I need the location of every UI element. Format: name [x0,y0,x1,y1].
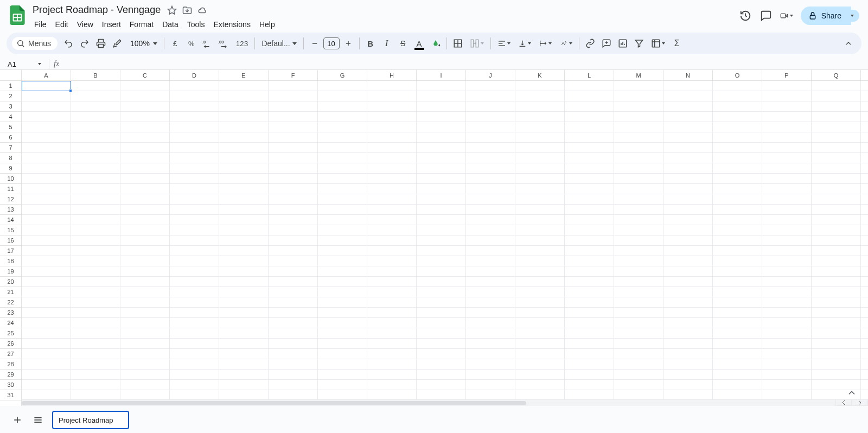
document-title[interactable]: Project Roadmap - Venngage [30,3,163,17]
row-header-26[interactable]: 26 [0,339,21,349]
menu-tools[interactable]: Tools [183,18,209,31]
col-header-B[interactable]: B [71,70,120,80]
col-header-E[interactable]: E [219,70,269,80]
row-header-1[interactable]: 1 [0,81,21,91]
col-header-N[interactable]: N [663,70,713,80]
row-header-31[interactable]: 31 [0,390,21,400]
collapse-toolbar-button[interactable] [841,36,856,51]
move-icon[interactable] [182,5,192,15]
fill-color-button[interactable] [428,36,443,51]
row-header-25[interactable]: 25 [0,328,21,339]
menu-help[interactable]: Help [256,18,279,31]
row-header-23[interactable]: 23 [0,308,21,318]
star-icon[interactable] [167,5,177,15]
row-header-19[interactable]: 19 [0,266,21,277]
col-header-I[interactable]: I [417,70,466,80]
cells-area[interactable] [22,81,868,406]
row-header-10[interactable]: 10 [0,174,21,184]
row-header-11[interactable]: 11 [0,184,21,194]
font-size-input[interactable]: 10 [323,37,340,49]
italic-button[interactable]: I [379,36,394,51]
menu-view[interactable]: View [73,18,97,31]
col-header-P[interactable]: P [762,70,812,80]
app-logo-sheets[interactable] [7,4,28,26]
select-all-corner[interactable] [0,70,22,81]
borders-button[interactable] [450,36,465,51]
spreadsheet-grid[interactable]: ABCDEFGHIJKLMNOPQ 1234567891011121314151… [0,69,868,406]
row-header-6[interactable]: 6 [0,132,21,143]
history-icon[interactable] [739,9,752,22]
row-header-9[interactable]: 9 [0,163,21,174]
col-header-K[interactable]: K [515,70,565,80]
link-button[interactable] [583,36,598,51]
meet-icon[interactable] [780,9,793,22]
text-color-button[interactable]: A [412,36,427,51]
row-header-24[interactable]: 24 [0,318,21,328]
filter-views-button[interactable] [648,36,668,51]
undo-button[interactable] [61,36,76,51]
menu-file[interactable]: File [30,18,50,31]
scrollbar-thumb[interactable] [22,401,526,405]
increase-decimal-button[interactable]: .00 [216,36,232,51]
col-header-O[interactable]: O [713,70,762,80]
row-header-29[interactable]: 29 [0,370,21,380]
valign-button[interactable] [515,36,534,51]
col-header-A[interactable]: A [22,70,71,80]
row-header-5[interactable]: 5 [0,122,21,132]
bold-button[interactable]: B [363,36,378,51]
col-header-C[interactable]: C [120,70,170,80]
horizontal-scrollbar[interactable] [22,399,835,406]
row-header-21[interactable]: 21 [0,287,21,297]
redo-button[interactable] [77,36,92,51]
row-header-28[interactable]: 28 [0,359,21,370]
format-123-button[interactable]: 123 [233,36,252,51]
name-box[interactable]: A1 [3,60,44,68]
insert-chart-button[interactable] [615,36,630,51]
row-header-27[interactable]: 27 [0,349,21,359]
row-header-22[interactable]: 22 [0,297,21,308]
strikethrough-button[interactable]: S [395,36,411,51]
menu-edit[interactable]: Edit [52,18,72,31]
menu-data[interactable]: Data [158,18,182,31]
row-header-14[interactable]: 14 [0,215,21,225]
explore-button[interactable] [846,387,857,398]
scroll-right-button[interactable] [852,399,868,406]
paint-format-button[interactable] [110,36,125,51]
col-header-F[interactable]: F [269,70,318,80]
row-header-8[interactable]: 8 [0,153,21,163]
row-header-13[interactable]: 13 [0,205,21,215]
row-header-4[interactable]: 4 [0,112,21,122]
col-header-H[interactable]: H [367,70,417,80]
row-header-16[interactable]: 16 [0,235,21,246]
row-header-20[interactable]: 20 [0,277,21,287]
print-button[interactable] [93,36,108,51]
all-sheets-button[interactable] [31,413,44,426]
sheet-tab-editing[interactable] [52,411,129,429]
menu-insert[interactable]: Insert [98,18,125,31]
col-header-D[interactable]: D [170,70,219,80]
row-header-18[interactable]: 18 [0,256,21,266]
rotate-button[interactable]: A [556,36,576,51]
menu-format[interactable]: Format [126,18,157,31]
sheet-name-input[interactable] [59,416,123,424]
insert-comment-button[interactable] [599,36,614,51]
row-headers[interactable]: 1234567891011121314151617181920212223242… [0,81,22,406]
row-header-12[interactable]: 12 [0,194,21,205]
menu-extensions[interactable]: Extensions [209,18,254,31]
percent-button[interactable]: % [184,36,199,51]
col-header-L[interactable]: L [565,70,614,80]
row-header-7[interactable]: 7 [0,143,21,153]
search-menus[interactable]: Menus [12,37,58,50]
decrease-font-button[interactable] [307,36,322,51]
merge-cells-button[interactable] [467,36,487,51]
filter-button[interactable] [631,36,647,51]
decrease-decimal-button[interactable]: .0 [200,36,215,51]
row-header-30[interactable]: 30 [0,380,21,390]
row-header-2[interactable]: 2 [0,91,21,101]
halign-button[interactable] [494,36,514,51]
formula-bar[interactable] [63,59,861,69]
font-family-select[interactable]: Defaul... [258,36,299,51]
comments-icon[interactable] [760,9,773,22]
row-header-3[interactable]: 3 [0,101,21,112]
add-sheet-button[interactable] [11,413,24,426]
